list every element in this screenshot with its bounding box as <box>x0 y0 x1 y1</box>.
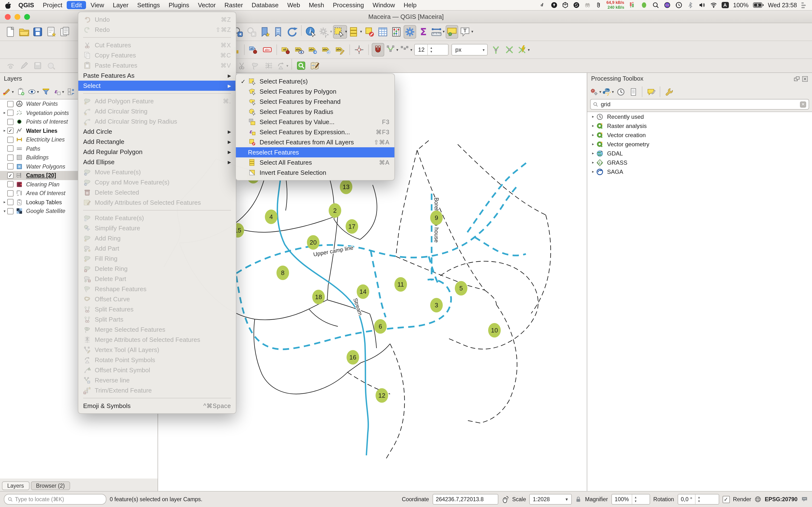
menu-item-delete-part[interactable]: Delete Part <box>78 274 236 284</box>
dock-tab-layers[interactable]: Layers <box>2 482 29 490</box>
measure-button[interactable]: ▾ <box>430 25 445 38</box>
expand-arrow-icon[interactable]: ▸ <box>590 169 596 174</box>
tracing-flash-button[interactable]: ▾ <box>517 43 530 56</box>
crs-globe-icon[interactable] <box>755 496 761 503</box>
menubar-item-vector[interactable]: Vector <box>194 1 220 9</box>
snapping-units-combo[interactable]: px▼ <box>451 44 488 56</box>
layer-visibility-checkbox[interactable] <box>7 146 13 152</box>
processing-toolbox-button[interactable] <box>404 25 416 38</box>
pp-models-button[interactable]: ▾ <box>590 86 601 98</box>
camp-marker-12[interactable]: 12 <box>375 388 388 403</box>
menu-item-copy-and-move-feature-s-[interactable]: Copy and Move Feature(s) <box>78 177 236 187</box>
menu-item-add-part[interactable]: Add Part <box>78 243 236 253</box>
vertex-marker-button[interactable]: ▾ <box>385 43 398 56</box>
menu-item-select-features-by-radius[interactable]: Select Features by Radius <box>236 107 394 117</box>
lp-add-group-button[interactable] <box>15 86 27 98</box>
menu-item-modify-attributes-of-selected-features[interactable]: Modify Attributes of Selected Features <box>78 198 236 208</box>
camp-marker-8[interactable]: 8 <box>276 266 289 280</box>
camp-marker-9[interactable]: 9 <box>430 211 443 225</box>
expand-arrow-icon[interactable]: ▸ <box>2 200 7 205</box>
menu-item-emoji-symbols[interactable]: Emoji & Symbols^⌘Space <box>78 401 236 411</box>
lp-expand-button[interactable] <box>65 86 77 98</box>
menu-item-reselect-features[interactable]: Reselect Features <box>236 147 394 157</box>
menubar-item-raster[interactable]: Raster <box>220 1 248 9</box>
processing-group-saga[interactable]: ▸SAGA <box>587 167 812 176</box>
menubar-item-project[interactable]: Project <box>39 1 67 9</box>
zoom-next-button[interactable] <box>245 25 258 38</box>
run-feature-action-button[interactable]: ▾ <box>318 25 332 38</box>
menu-item-add-polygon-feature[interactable]: Add Polygon Feature⌘. <box>78 96 236 106</box>
processing-group-vector-creation[interactable]: ▸Vector creation <box>587 130 812 139</box>
tracing-x-button[interactable] <box>503 43 516 56</box>
processing-group-vector-geometry[interactable]: ▸Vector geometry <box>587 139 812 149</box>
camp-marker-10[interactable]: 10 <box>488 323 501 338</box>
camp-marker-4[interactable]: 4 <box>265 210 277 224</box>
menu-item-redo[interactable]: Redo⇧⌘Z <box>78 24 236 35</box>
layer-visibility-checkbox[interactable]: ✓ <box>7 172 13 179</box>
menubar-item-view[interactable]: View <box>86 1 108 9</box>
menu-item-add-regular-polygon[interactable]: Add Regular Polygon▶ <box>78 147 236 157</box>
new-bookmark-button[interactable] <box>259 25 271 38</box>
layer-visibility-checkbox[interactable] <box>7 181 13 187</box>
text-annotation-button[interactable]: T▾ <box>459 25 473 38</box>
float-panel-icon[interactable] <box>794 75 800 82</box>
expand-arrow-icon[interactable]: ▸ <box>590 142 596 146</box>
magnifier-input[interactable]: 100%▲▼ <box>611 494 650 505</box>
label-abc-red-button[interactable]: abc <box>261 43 273 56</box>
lp-style-button[interactable]: ▾ <box>2 86 14 98</box>
map-tips-button[interactable] <box>446 25 458 38</box>
menu-item-select-feature-s-[interactable]: ✓Select Feature(s) <box>236 76 394 87</box>
menu-item-paste-features-as[interactable]: Paste Features As▶ <box>78 70 236 80</box>
crs-indicator[interactable]: EPSG:20790 <box>765 496 798 502</box>
statistics-button[interactable] <box>390 25 403 38</box>
layer-visibility-checkbox[interactable] <box>7 137 13 143</box>
pp-python-button[interactable]: ▾ <box>602 86 614 98</box>
menu-item-select-features-by-value-[interactable]: Select Features by Value...F3 <box>236 117 394 127</box>
camp-marker-3[interactable]: 3 <box>430 298 443 313</box>
menubar-item-qgis[interactable]: QGIS <box>14 1 39 9</box>
apple-logo-icon[interactable] <box>5 1 11 9</box>
menu-item-copy-features[interactable]: Copy Features⌘C <box>78 50 236 60</box>
layer-visibility-checkbox[interactable] <box>7 101 13 107</box>
menubar-item-window[interactable]: Window <box>368 1 400 9</box>
menu-item-add-circular-string-by-radius[interactable]: Add Circular String by Radius <box>78 116 236 126</box>
lp-eye-button[interactable]: ▾ <box>28 86 39 98</box>
layer-visibility-checkbox[interactable] <box>7 119 13 125</box>
render-checkbox[interactable]: ✓ <box>722 496 729 503</box>
pp-edit-button[interactable] <box>645 86 657 98</box>
map-sketch-button[interactable] <box>308 59 321 72</box>
processing-group-gdal[interactable]: ▸GDAL <box>587 149 812 158</box>
camp-marker-5[interactable]: 5 <box>455 281 467 295</box>
menu-item-reshape-features[interactable]: Reshape Features <box>78 284 236 294</box>
menu-item-undo[interactable]: Undo⌘Z <box>78 14 236 24</box>
close-panel-icon[interactable] <box>802 75 808 82</box>
menu-item-offset-point-symbol[interactable]: Offset Point Symbol <box>78 365 236 375</box>
menu-item-split-features[interactable]: Split Features <box>78 304 236 314</box>
new-layout-button[interactable] <box>45 25 57 38</box>
expand-arrow-icon[interactable]: ▸ <box>2 111 7 115</box>
layer-visibility-checkbox[interactable] <box>7 163 13 170</box>
label-rotate-button[interactable]: abc <box>320 43 333 56</box>
processing-group-raster-analysis[interactable]: ▸Raster analysis <box>587 121 812 130</box>
layer-visibility-checkbox[interactable] <box>7 190 13 196</box>
menubar-item-web[interactable]: Web <box>283 1 305 9</box>
layer-visibility-checkbox[interactable]: ✓ <box>7 128 13 134</box>
menu-item-select-features-by-expression-[interactable]: εSelect Features by Expression...⌘F3 <box>236 127 394 137</box>
menu-item-split-parts[interactable]: Split Parts <box>78 314 236 325</box>
identify-button[interactable]: i <box>305 25 317 38</box>
osm-place-search-button[interactable] <box>295 59 307 72</box>
tracing-node-button[interactable] <box>490 43 502 56</box>
menu-item-merge-selected-features[interactable]: Merge Selected Features <box>78 325 236 335</box>
menu-item-add-circle[interactable]: Add Circle▶ <box>78 126 236 137</box>
attribute-table-button[interactable] <box>376 25 389 38</box>
new-project-button[interactable] <box>4 25 17 38</box>
scale-combo[interactable]: 1:2028▼ <box>529 494 572 505</box>
menu-item-paste-features[interactable]: Paste Features⌘V <box>78 60 236 70</box>
network-speed-text[interactable]: 64,9 kB/s240 kB/s <box>606 0 624 9</box>
menu-item-select[interactable]: Select▶ <box>78 80 236 91</box>
advanced-digitize-cross-button[interactable] <box>353 43 365 56</box>
camp-marker-20[interactable]: 20 <box>307 235 319 249</box>
menu-item-trim-extend-feature[interactable]: Trim/Extend Feature <box>78 385 236 395</box>
coordinate-input[interactable]: 264236.7,272013.8 <box>433 494 498 505</box>
digitize-edit-button[interactable] <box>18 59 31 72</box>
